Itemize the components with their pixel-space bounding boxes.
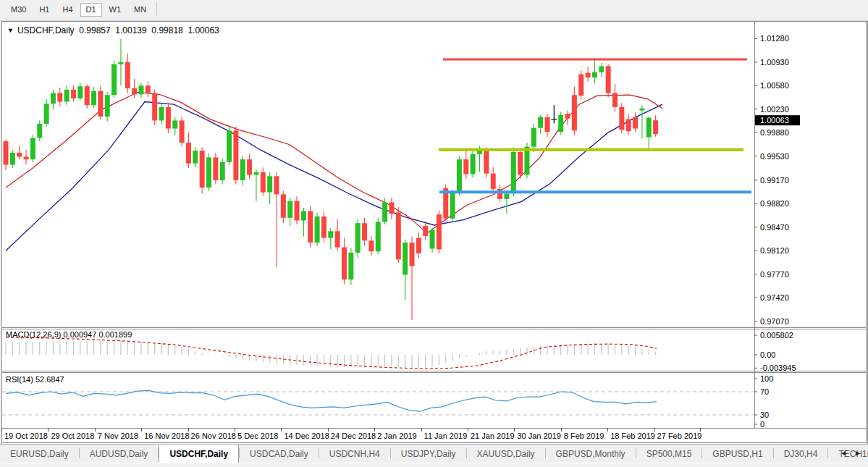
price-chart[interactable]: 1.012801.009301.005801.002300.998800.995… xyxy=(0,20,868,444)
candle-body xyxy=(146,85,151,93)
candle-body xyxy=(545,117,550,132)
scroll-right-icon[interactable]: ► xyxy=(851,449,865,457)
candle-body xyxy=(4,141,9,164)
candle-body xyxy=(186,143,191,164)
candle-body xyxy=(51,93,56,104)
chart-symbol-label: USDCHF,Daily xyxy=(17,25,75,35)
candle-body xyxy=(606,66,611,93)
date-axis-label: 5 Dec 2018 xyxy=(237,432,278,440)
candle-body xyxy=(410,243,415,266)
candle-body xyxy=(355,223,361,253)
price-axis-tick: 0.98470 xyxy=(760,223,789,232)
macd-axis-tick: -0.003945 xyxy=(760,363,796,372)
candle-body xyxy=(64,90,69,102)
candle-body xyxy=(118,62,123,64)
candle-body xyxy=(578,75,583,96)
tab-audusd-daily[interactable]: AUDUSD,Daily xyxy=(80,445,159,463)
candle-body xyxy=(227,130,232,162)
candle-body xyxy=(646,118,652,138)
timeframe-button-mn[interactable]: MN xyxy=(128,3,152,17)
date-axis-label: 26 Nov 2018 xyxy=(191,432,236,440)
candle-body xyxy=(37,124,42,138)
tab-scroll-arrows: ◄► xyxy=(836,449,865,457)
timeframe-button-h4[interactable]: H4 xyxy=(56,3,78,17)
candle-body xyxy=(531,128,536,147)
price-axis-tick: 1.00930 xyxy=(760,58,789,67)
current-price-value: 1.00063 xyxy=(760,116,789,125)
candle-body xyxy=(612,93,618,106)
candle-body xyxy=(57,93,62,101)
candle-body xyxy=(287,201,292,218)
tab-gbpusd-monthly[interactable]: GBPUSD,Monthly xyxy=(546,445,636,463)
tab-usdchf-daily[interactable]: USDCHF,Daily xyxy=(159,445,239,463)
candle-body xyxy=(30,138,35,160)
timeframe-button-m30[interactable]: M30 xyxy=(5,3,32,17)
tab-usdjpy-daily[interactable]: USDJPY,Daily xyxy=(391,445,466,463)
candle-body xyxy=(599,66,604,72)
candle-body xyxy=(71,90,76,98)
candle-body xyxy=(274,176,279,194)
candle-body xyxy=(193,151,198,164)
scroll-left-icon[interactable]: ◄ xyxy=(836,449,851,457)
price-axis-tick: 1.00230 xyxy=(760,105,789,114)
tab-xauusd-daily[interactable]: XAUUSD,Daily xyxy=(467,445,545,463)
chart-ohlc-values: 0.99857 1.00139 0.99818 1.00063 xyxy=(79,25,219,35)
candle-body xyxy=(98,91,103,117)
candle-body xyxy=(653,120,658,134)
timeframe-button-d1[interactable]: D1 xyxy=(80,3,102,17)
chart-title: ▼USDCHF,Daily 0.99857 1.00139 0.99818 1.… xyxy=(7,25,219,35)
date-axis-label: 29 Oct 2018 xyxy=(51,432,94,440)
candle-body xyxy=(565,114,570,118)
price-axis-tick: 0.99880 xyxy=(760,128,789,137)
candle-body xyxy=(497,189,502,199)
toolbar-separator xyxy=(156,3,157,16)
chevron-down-icon[interactable]: ▼ xyxy=(7,27,14,34)
candle-body xyxy=(558,115,563,132)
candle-body xyxy=(430,230,435,248)
candle-body xyxy=(457,159,462,193)
candle-body xyxy=(91,91,96,105)
candle-body xyxy=(328,231,333,237)
candle-body xyxy=(423,226,428,236)
price-axis-tick: 0.97770 xyxy=(760,270,789,279)
timeframe-button-h1[interactable]: H1 xyxy=(33,3,55,17)
candle-body xyxy=(626,119,631,132)
tab-usdcnh-h4[interactable]: USDCNH,H4 xyxy=(319,445,390,463)
candle-body xyxy=(586,73,591,77)
candle-body xyxy=(247,159,252,174)
tab-dj30-h4[interactable]: DJ30,H4 xyxy=(774,445,828,463)
date-axis-label: 14 Dec 2018 xyxy=(284,432,329,440)
candle-body xyxy=(342,248,347,279)
tab-gbpusd-h1[interactable]: GBPUSD,H1 xyxy=(702,445,772,463)
tab-sp500-m15[interactable]: SP500,M15 xyxy=(636,445,702,463)
candle-body xyxy=(382,202,387,222)
candle-body xyxy=(308,211,313,243)
candle-body xyxy=(253,172,258,175)
candle-body xyxy=(105,95,110,117)
candle-body xyxy=(368,240,374,251)
candle-body xyxy=(362,223,367,240)
timeframe-toolbar: M30H1H4D1W1MN xyxy=(0,0,868,21)
candle-body xyxy=(200,151,205,188)
candle-body xyxy=(484,150,489,173)
candle-body xyxy=(463,159,468,174)
rsi-axis-tick: 100 xyxy=(760,374,773,383)
rsi-axis-tick: 30 xyxy=(760,411,769,419)
candle-body xyxy=(139,85,144,94)
candle-body xyxy=(125,62,130,88)
macd-indicator-label: MACD(12,26,9) 0.000947 0.001899 xyxy=(6,330,132,339)
candle-body xyxy=(172,120,177,128)
candle-body xyxy=(281,194,286,217)
timeframe-button-w1[interactable]: W1 xyxy=(104,3,127,17)
candle-body xyxy=(376,222,381,251)
candle-body xyxy=(348,253,353,279)
tab-usdcad-daily[interactable]: USDCAD,Daily xyxy=(240,445,319,463)
candle-body xyxy=(85,86,90,105)
candle-body xyxy=(619,107,624,130)
candle-body xyxy=(24,156,29,159)
candle-body xyxy=(315,216,320,243)
candle-body xyxy=(180,120,185,143)
symbol-tab-bar: EURUSD,DailyAUDUSD,DailyUSDCHF,DailyUSDC… xyxy=(0,444,868,463)
candle-body xyxy=(639,109,644,111)
tab-eurusd-daily[interactable]: EURUSD,Daily xyxy=(0,445,79,463)
